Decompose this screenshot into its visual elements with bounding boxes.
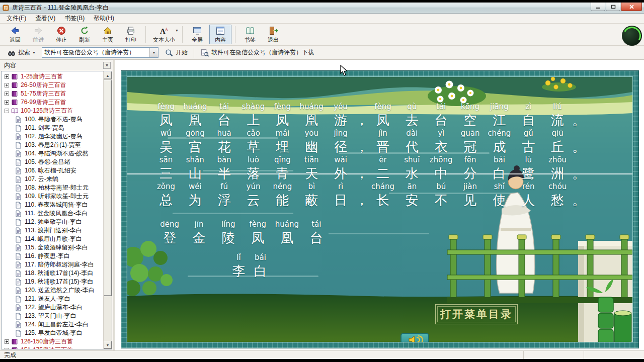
toolbar-home-button[interactable]: 主页: [97, 25, 119, 44]
syllable-cell: fèng凤: [368, 102, 397, 129]
tree-item-1[interactable]: 26-50唐诗三百首: [2, 81, 103, 89]
tree-item-26[interactable]: 121. 送友人-李白: [2, 295, 103, 303]
start-button[interactable]: 开始: [162, 47, 191, 58]
tree-item-6[interactable]: 101. 剑客-贾岛: [2, 124, 103, 132]
maximize-button[interactable]: [606, 3, 620, 11]
tree-item-18[interactable]: 113. 渡荆门送别-李白: [2, 226, 103, 235]
tree-item-5[interactable]: 100. 寻隐者不遇-贾岛: [2, 115, 103, 124]
expand-box-icon[interactable]: [5, 74, 9, 79]
tree-item-32[interactable]: 151-175唐诗三百首: [2, 346, 103, 349]
combobox-arrow-icon[interactable]: ▼: [149, 48, 158, 57]
toolbar-refresh-button[interactable]: 刷新: [73, 25, 96, 44]
toolbar-forward-button[interactable]: 前进: [27, 25, 49, 44]
toolbar-textsize-button[interactable]: AA文本大小▼: [149, 25, 179, 44]
tree-item-8[interactable]: 103. 春思2首(1)-贾至: [2, 141, 103, 149]
hanzi: 总: [159, 193, 173, 208]
tree-item-9[interactable]: 104. 寻陆鸿渐不遇-皎然: [2, 149, 103, 158]
expand-box-icon[interactable]: [5, 92, 9, 96]
tree-item-2[interactable]: 51-75唐诗三百首: [2, 89, 103, 98]
scroll-up-arrow[interactable]: ▲: [104, 71, 112, 79]
tree-item-28[interactable]: 123. 望天门山-李白: [2, 312, 103, 320]
syllable-cell: qiū丘: [543, 129, 572, 155]
page-icon: [15, 133, 23, 140]
download-label: 软件可在微信公众号（唐诗评赏）下载: [211, 48, 314, 57]
expand-box-icon[interactable]: [5, 83, 9, 87]
tree-item-24[interactable]: 119. 秋浦歌17首(15)-李白: [2, 278, 103, 286]
menu-item-2[interactable]: 书签(B): [60, 13, 89, 24]
tree-item-21[interactable]: 116. 静夜思-李白: [2, 252, 103, 260]
tree-item-30[interactable]: 125. 早发白帝城-李白: [2, 329, 103, 337]
toolbar-back-button[interactable]: 返回: [4, 25, 26, 44]
tree-item-17[interactable]: 112. 独坐敬亭山-李白: [2, 218, 103, 226]
sidebar-close-button[interactable]: ✕: [103, 62, 111, 69]
status-panel: [584, 351, 644, 359]
tree-item-4[interactable]: 100-125唐诗三百首: [2, 107, 103, 115]
search-button[interactable]: 搜索 ▼: [4, 47, 39, 58]
pinyin: tái: [219, 102, 229, 113]
hanzi: 上: [247, 113, 260, 128]
hanzi: 凤: [276, 113, 289, 128]
tree-item-0[interactable]: 1-25唐诗三百首: [2, 72, 103, 81]
tree-item-7[interactable]: 102. 题李凝幽居-贾岛: [2, 132, 103, 141]
hanzi: 。: [572, 193, 585, 208]
toolbar-home-label: 主页: [102, 36, 113, 44]
tree-item-20[interactable]: 115. 金陵酒肆留别-李白: [2, 243, 103, 252]
menu-item-1[interactable]: 查看(V): [31, 13, 60, 24]
close-button[interactable]: [621, 3, 642, 11]
syllable-cell: néng能: [268, 182, 297, 209]
expand-box-icon[interactable]: [5, 348, 9, 349]
hanzi: 台: [218, 113, 231, 128]
hanzi: 水: [406, 166, 419, 181]
titlebar[interactable]: 唐诗三百首 - 111.登金陵凤凰台-李白: [0, 3, 644, 14]
toolbar-bookmarks-button[interactable]: 书签: [239, 25, 261, 44]
download-button[interactable]: 软件可在微信公众号（唐诗评赏）下载: [197, 47, 317, 58]
toolbar-stop-button[interactable]: 停止: [50, 25, 72, 44]
search-combobox[interactable]: 软件可在微信公众号（唐诗评赏） ▼: [42, 47, 158, 58]
page-icon: [15, 253, 23, 260]
tree-item-14[interactable]: 109. 听邻家吹笙-郎士元: [2, 192, 103, 201]
sidebar-scrollbar[interactable]: ▲ ▼: [103, 71, 112, 349]
open-menu-button[interactable]: 打开菜单目录: [435, 304, 518, 324]
toolbar-exit-button[interactable]: 退出: [262, 25, 284, 44]
expand-box-icon[interactable]: [5, 100, 9, 105]
tree-item-23[interactable]: 118. 秋浦歌17首(14)-李白: [2, 269, 103, 278]
page-icon: [15, 236, 23, 243]
tree-item-12[interactable]: 107. 云-来鹄: [2, 175, 103, 184]
expand-box-icon[interactable]: [5, 339, 9, 344]
tree-item-13[interactable]: 108. 柏林寺南望-郎士元: [2, 184, 103, 192]
tree-item-15[interactable]: 110. 春夜洛城闻笛-李白: [2, 201, 103, 209]
collapse-box-icon[interactable]: [5, 109, 9, 113]
menu-item-0[interactable]: 文件(F): [2, 13, 31, 24]
tree-item-16[interactable]: 111. 登金陵凤凰台-李白: [2, 209, 103, 218]
tree-item-31[interactable]: 126-150唐诗三百首: [2, 337, 103, 346]
tree-item-11[interactable]: 106. 咏石榴-孔绍安: [2, 166, 103, 175]
toolbar-bookmarks-label: 书签: [245, 36, 256, 44]
tree-item-25[interactable]: 120. 送孟浩然之广陵-李白: [2, 286, 103, 295]
page-icon: [15, 159, 23, 166]
tree-item-label: 151-175唐诗三百首: [21, 346, 73, 349]
scroll-down-arrow[interactable]: ▼: [104, 341, 112, 349]
tree-item-22[interactable]: 117. 陪侍郎叔游洞庭-李白: [2, 260, 103, 269]
syllable-cell: wú吴: [151, 129, 181, 155]
tree-item-27[interactable]: 122. 望庐山瀑布-李白: [2, 303, 103, 312]
tree-item-19[interactable]: 114. 峨眉山月歌-李白: [2, 235, 103, 243]
tree-item-10[interactable]: 105. 春怨-金昌绪: [2, 158, 103, 166]
minimize-button[interactable]: [591, 3, 605, 11]
scroll-thumb[interactable]: [104, 80, 112, 296]
menu-item-3[interactable]: 帮助(H): [89, 13, 119, 24]
toolbar-contents-button[interactable]: 内容: [209, 25, 231, 44]
contents-tree: 1-25唐诗三百首26-50唐诗三百首51-75唐诗三百首76-99唐诗三百首1…: [2, 71, 103, 349]
page-icon: [15, 270, 23, 277]
page-icon: [15, 321, 23, 328]
toolbar-print-button[interactable]: 打印: [120, 25, 142, 44]
tree-item-3[interactable]: 76-99唐诗三百首: [2, 98, 103, 107]
book-icon: [11, 99, 19, 106]
tree-item-label: 105. 春怨-金昌绪: [25, 158, 70, 166]
toolbar-print-label: 打印: [125, 36, 136, 44]
toolbar-fullscreen-button[interactable]: 全屏: [186, 25, 208, 44]
tree-item-29[interactable]: 124. 闻王昌龄左迁-李白: [2, 320, 103, 329]
audio-button[interactable]: [400, 333, 429, 342]
pinyin: wéi: [189, 182, 202, 193]
syllable-cell: bàn半: [210, 155, 239, 182]
magnifier-icon: [165, 48, 174, 57]
